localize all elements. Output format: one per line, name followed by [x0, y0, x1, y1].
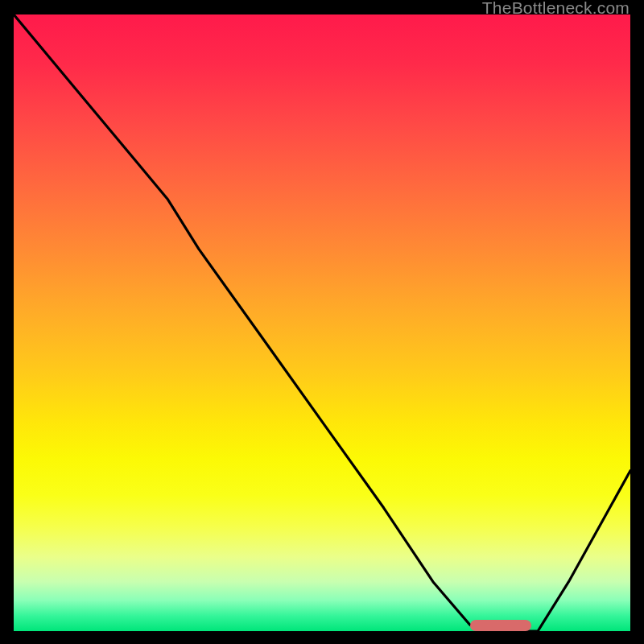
optimal-range-marker — [470, 620, 532, 631]
chart-frame — [14, 14, 630, 631]
watermark-text: TheBottleneck.com — [482, 0, 630, 18]
bottleneck-curve — [14, 14, 630, 631]
